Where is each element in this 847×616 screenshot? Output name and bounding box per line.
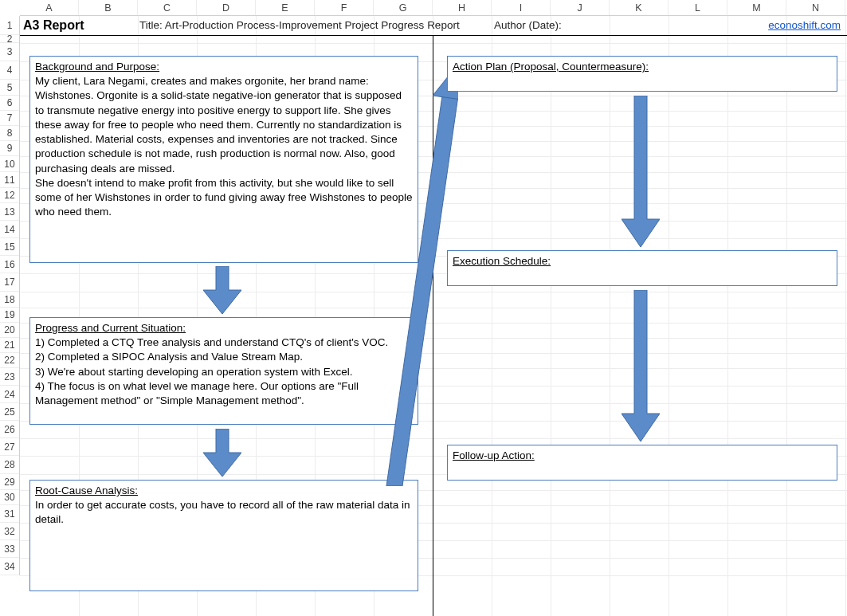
row-header[interactable]: 5 bbox=[0, 80, 19, 96]
background-purpose-body: My client, Lara Negami, creates and make… bbox=[35, 74, 413, 219]
cells-area: A3 Report Title: Art-Production Process-… bbox=[20, 16, 847, 616]
execution-schedule-heading: Execution Schedule: bbox=[453, 254, 832, 269]
column-header[interactable]: A bbox=[20, 0, 79, 15]
gridline bbox=[727, 16, 728, 616]
row-header[interactable]: 4 bbox=[0, 61, 19, 80]
column-header[interactable]: M bbox=[727, 0, 786, 15]
arrow-diagonal bbox=[371, 72, 458, 486]
row-header[interactable]: 15 bbox=[0, 238, 19, 256]
gridline bbox=[551, 16, 551, 616]
row-header[interactable]: 8 bbox=[0, 126, 19, 141]
gridline bbox=[20, 43, 847, 44]
follow-up-heading: Follow-up Action: bbox=[453, 449, 832, 463]
gridline bbox=[669, 16, 669, 616]
row-header[interactable]: 24 bbox=[0, 386, 19, 403]
gridline bbox=[786, 16, 787, 616]
row-header[interactable]: 30 bbox=[0, 490, 19, 505]
row-header[interactable]: 12 bbox=[0, 188, 19, 203]
progress-situation-box: Progress and Current Situation: 1) Compl… bbox=[29, 317, 418, 425]
econoshift-link[interactable]: econoshift.com bbox=[768, 16, 841, 35]
svg-marker-0 bbox=[386, 96, 458, 486]
row-header[interactable]: 14 bbox=[0, 221, 19, 238]
row-header[interactable]: 29 bbox=[0, 474, 19, 490]
row-header[interactable]: 32 bbox=[0, 523, 19, 540]
row-header[interactable]: 26 bbox=[0, 421, 19, 438]
row-header[interactable]: 28 bbox=[0, 456, 19, 474]
row-header[interactable]: 18 bbox=[0, 292, 19, 308]
row-header[interactable]: 10 bbox=[0, 156, 19, 172]
column-header[interactable]: G bbox=[374, 0, 433, 15]
arrow-down-4 bbox=[622, 290, 660, 441]
column-header[interactable]: E bbox=[256, 0, 315, 15]
arrow-down-3 bbox=[622, 96, 660, 247]
column-header[interactable]: N bbox=[786, 0, 845, 15]
row-header[interactable]: 20 bbox=[0, 323, 19, 338]
row-header[interactable]: 1 bbox=[0, 16, 19, 35]
column-header[interactable]: K bbox=[610, 0, 669, 15]
arrow-down-1 bbox=[203, 266, 241, 314]
spreadsheet-sheet: ABCDEFGHIJKLMN 1234567891011121314151617… bbox=[0, 0, 847, 616]
root-cause-heading: Root-Cause Analysis: bbox=[35, 484, 413, 498]
background-purpose-heading: Background and Purpose: bbox=[35, 60, 413, 74]
column-header[interactable]: J bbox=[551, 0, 610, 15]
gridline bbox=[492, 16, 492, 616]
execution-schedule-box: Execution Schedule: bbox=[447, 250, 837, 286]
row-header[interactable]: 25 bbox=[0, 403, 19, 421]
column-header[interactable]: C bbox=[138, 0, 197, 15]
action-plan-heading: Action Plan (Proposal, Countermeasure): bbox=[453, 60, 832, 74]
column-headers: ABCDEFGHIJKLMN bbox=[20, 0, 847, 16]
progress-heading: Progress and Current Situation: bbox=[35, 321, 413, 335]
column-header[interactable]: F bbox=[315, 0, 374, 15]
action-plan-box: Action Plan (Proposal, Countermeasure): bbox=[447, 56, 837, 92]
row-header[interactable]: 27 bbox=[0, 438, 19, 456]
row-header[interactable]: 3 bbox=[0, 43, 19, 61]
row-header[interactable]: 17 bbox=[0, 273, 19, 292]
row-header[interactable]: 13 bbox=[0, 203, 19, 221]
row-header[interactable]: 21 bbox=[0, 338, 19, 353]
column-header[interactable]: H bbox=[433, 0, 492, 15]
arrow-down-2 bbox=[203, 429, 241, 477]
gridline bbox=[610, 16, 610, 616]
column-header[interactable]: L bbox=[669, 0, 727, 15]
row-header[interactable]: 33 bbox=[0, 540, 19, 558]
row-header[interactable]: 34 bbox=[0, 558, 19, 575]
row-headers: 1234567891011121314151617181920212223242… bbox=[0, 16, 20, 575]
row-header[interactable]: 19 bbox=[0, 308, 19, 323]
column-header[interactable]: B bbox=[79, 0, 138, 15]
background-purpose-box: Background and Purpose: My client, Lara … bbox=[29, 56, 418, 263]
row-header[interactable]: 16 bbox=[0, 256, 19, 273]
row-header[interactable]: 9 bbox=[0, 141, 19, 156]
follow-up-box: Follow-up Action: bbox=[447, 445, 837, 481]
column-header[interactable]: I bbox=[492, 0, 551, 15]
row-header[interactable]: 11 bbox=[0, 172, 19, 188]
project-title: Title: Art-Production Process-Improvemen… bbox=[139, 16, 460, 35]
a3-report-title: A3 Report bbox=[23, 16, 84, 35]
progress-body: 1) Completed a CTQ Tree analysis and und… bbox=[35, 335, 413, 408]
column-header[interactable]: D bbox=[197, 0, 256, 15]
gridline bbox=[845, 16, 846, 616]
root-cause-box: Root-Cause Analysis: In order to get acc… bbox=[29, 480, 418, 591]
row-header[interactable]: 2 bbox=[0, 35, 19, 43]
row-header[interactable]: 22 bbox=[0, 353, 19, 368]
row-header[interactable]: 31 bbox=[0, 505, 19, 523]
row-header[interactable]: 23 bbox=[0, 368, 19, 386]
header-rule bbox=[20, 35, 847, 36]
root-cause-body: In order to get accurate costs, you have… bbox=[35, 498, 413, 527]
author-label: Author (Date): bbox=[494, 16, 562, 35]
row-header[interactable]: 6 bbox=[0, 96, 19, 111]
row-header[interactable]: 7 bbox=[0, 111, 19, 126]
